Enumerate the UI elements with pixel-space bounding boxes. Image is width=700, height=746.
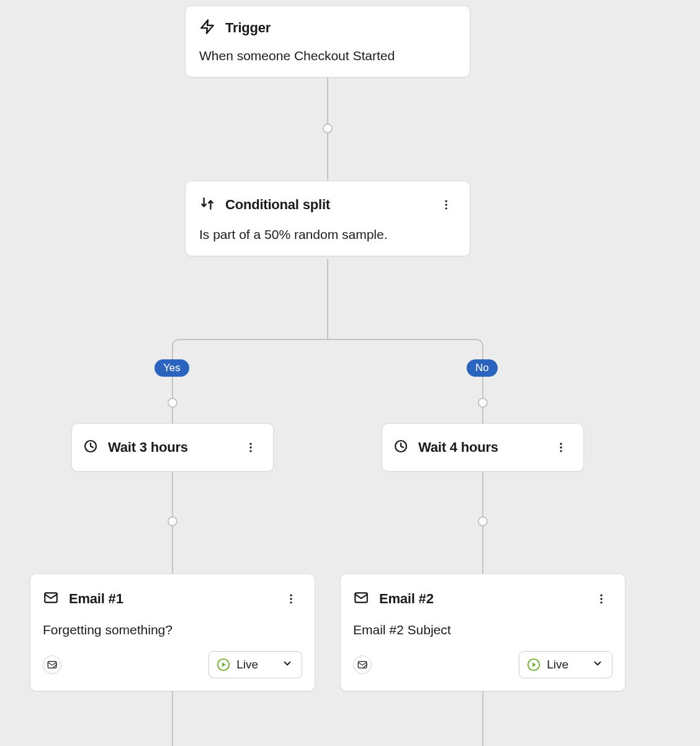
trigger-description: When someone Checkout Started	[199, 48, 456, 63]
wait-no-title: Wait 4 hours	[418, 439, 498, 456]
branch-label-yes: Yes	[155, 359, 189, 377]
svg-point-12	[445, 200, 447, 202]
svg-point-33	[600, 598, 602, 600]
wait-yes-title: Wait 3 hours	[108, 439, 188, 456]
split-arrows-icon	[199, 195, 215, 214]
mail-icon	[353, 590, 369, 608]
trigger-title: Trigger	[225, 20, 271, 36]
svg-point-14	[445, 207, 447, 209]
svg-point-17	[249, 446, 251, 448]
play-circle-icon	[527, 658, 541, 672]
branch-label-no: No	[467, 359, 498, 377]
wait-node-no[interactable]: Wait 4 hours	[382, 423, 584, 472]
wait-no-menu-button[interactable]	[550, 436, 572, 459]
svg-point-16	[249, 443, 251, 445]
connector-split-branches	[161, 259, 496, 423]
svg-marker-11	[201, 20, 213, 34]
connector-trigger-to-split	[327, 77, 328, 181]
svg-point-20	[560, 443, 562, 445]
connector-wait-to-email-left	[172, 472, 173, 573]
email-yes-status-select[interactable]: Live	[209, 651, 302, 678]
svg-point-34	[600, 601, 602, 603]
wait-yes-menu-button[interactable]	[240, 436, 262, 459]
svg-point-3	[168, 398, 177, 407]
svg-point-21	[560, 446, 562, 448]
svg-point-32	[600, 595, 602, 596]
svg-point-6	[168, 517, 177, 526]
connector-below-email-left	[172, 688, 173, 746]
email-no-subject: Email #2 Subject	[353, 622, 612, 637]
clock-icon	[393, 439, 408, 456]
mail-icon	[43, 590, 59, 608]
email-yes-title: Email #1	[69, 591, 123, 607]
email-node-no[interactable]: Email #2 Email #2 Subject Live	[340, 573, 626, 691]
ab-test-icon[interactable]	[43, 655, 61, 674]
conditional-split-node[interactable]: Conditional split Is part of a 50% rando…	[185, 181, 470, 256]
email-no-status-label: Live	[547, 658, 568, 672]
play-circle-icon	[217, 658, 230, 672]
svg-point-1	[323, 124, 332, 133]
conditional-split-description: Is part of a 50% random sample.	[199, 227, 457, 242]
connector-below-email-right	[482, 688, 483, 746]
svg-marker-30	[222, 662, 226, 667]
svg-point-22	[560, 450, 562, 452]
connector-wait-to-email-right	[482, 472, 483, 573]
svg-marker-38	[532, 662, 536, 667]
email-no-title: Email #2	[379, 591, 434, 607]
email-no-status-select[interactable]: Live	[519, 651, 612, 678]
email-yes-status-label: Live	[236, 658, 258, 672]
svg-point-4	[478, 398, 487, 407]
email-yes-menu-button[interactable]	[280, 588, 302, 610]
wait-node-yes[interactable]: Wait 3 hours	[71, 423, 274, 472]
conditional-split-menu-button[interactable]	[435, 194, 457, 216]
svg-point-13	[445, 204, 447, 205]
svg-point-24	[290, 595, 292, 596]
conditional-split-title: Conditional split	[225, 197, 330, 213]
svg-point-25	[290, 598, 292, 600]
chevron-down-icon	[282, 658, 293, 672]
clock-icon	[83, 439, 98, 456]
email-yes-subject: Forgetting something?	[43, 622, 302, 637]
ab-test-icon[interactable]	[353, 655, 372, 674]
chevron-down-icon	[592, 658, 603, 672]
svg-point-26	[290, 601, 292, 603]
email-no-menu-button[interactable]	[590, 588, 612, 610]
svg-point-18	[249, 450, 251, 452]
trigger-node[interactable]: Trigger When someone Checkout Started	[185, 6, 470, 78]
svg-point-9	[478, 517, 487, 526]
email-node-yes[interactable]: Email #1 Forgetting something? Live	[30, 573, 315, 691]
lightning-icon	[199, 19, 215, 37]
